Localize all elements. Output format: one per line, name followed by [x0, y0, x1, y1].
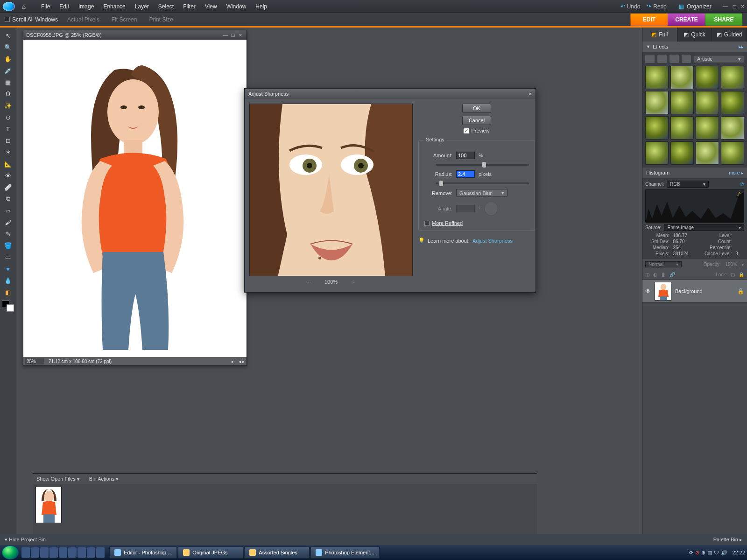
taskbar-task[interactable]: Assorted Singles — [244, 546, 310, 559]
color-swatches[interactable] — [2, 301, 14, 312]
quick-launch-icon[interactable] — [96, 547, 105, 558]
redo-button[interactable]: ↷Redo — [647, 3, 667, 10]
marquee-tool-icon[interactable]: ▦ — [2, 77, 14, 87]
close-button[interactable]: × — [741, 3, 744, 10]
zoom-in-icon[interactable]: + — [352, 279, 354, 285]
menu-select[interactable]: Select — [154, 1, 178, 12]
bin-thumbnail[interactable] — [35, 487, 62, 523]
fit-screen-button[interactable]: Fit Screen — [109, 15, 140, 24]
tray-icon[interactable]: ⟳ — [689, 550, 693, 556]
menu-image[interactable]: Image — [74, 1, 99, 12]
tray-icon[interactable]: 🔊 — [721, 550, 727, 556]
channel-select[interactable]: RGB▾ — [667, 181, 709, 188]
edit-tab[interactable]: EDIT — [630, 14, 668, 26]
blend-mode-select[interactable]: Normal▾ — [645, 261, 682, 267]
effect-thumb[interactable] — [721, 141, 744, 165]
zoom-field[interactable]: 25% — [25, 358, 44, 364]
refresh-icon[interactable]: ⟳ — [740, 182, 744, 187]
clock[interactable]: 22:22 — [732, 550, 745, 555]
effects-category-select[interactable]: Artistic▾ — [694, 55, 744, 63]
taskbar-task[interactable]: Photoshop Element... — [310, 546, 379, 559]
minimize-button[interactable]: — — [723, 3, 728, 10]
document-titlebar[interactable]: DSCF0955.JPG @ 25% (RGB/8) — □ × — [23, 30, 247, 40]
menu-layer[interactable]: Layer — [130, 1, 154, 12]
lock-all-icon[interactable]: 🔒 — [739, 272, 744, 277]
effects-header[interactable]: ▼Effects▸▸ — [642, 42, 747, 52]
doc-maximize-icon[interactable]: □ — [230, 32, 236, 38]
effect-thumb[interactable] — [645, 66, 669, 89]
effect-thumb[interactable] — [721, 91, 744, 114]
menu-enhance[interactable]: Enhance — [99, 1, 130, 12]
undo-button[interactable]: ↶Undo — [620, 3, 641, 10]
effect-thumb[interactable] — [670, 141, 694, 165]
effect-thumb[interactable] — [670, 66, 694, 89]
menu-file[interactable]: File — [36, 1, 55, 12]
more-refined-checkbox[interactable]: More Refined — [424, 220, 529, 226]
visibility-icon[interactable]: 👁 — [645, 288, 651, 294]
remove-select[interactable]: Gaussian Blur▾ — [456, 189, 507, 197]
link-layers-icon[interactable]: 🔗 — [669, 272, 675, 277]
quick-launch-icon[interactable] — [68, 547, 77, 558]
layer-thumbnail[interactable] — [655, 282, 671, 301]
cookie-cutter-tool-icon[interactable]: ✶ — [2, 147, 14, 157]
preview-image[interactable] — [249, 104, 413, 276]
dialog-titlebar[interactable]: Adjust Sharpness × — [245, 89, 536, 99]
effect-thumb[interactable] — [696, 91, 719, 114]
quick-launch-icon[interactable] — [49, 547, 58, 558]
magic-wand-tool-icon[interactable]: ✨ — [2, 100, 14, 111]
amount-input[interactable] — [456, 152, 475, 159]
mode-guided[interactable]: ◩Guided — [712, 28, 747, 42]
quick-launch-icon[interactable] — [21, 547, 30, 558]
tray-icon[interactable]: ⊕ — [701, 550, 705, 556]
maximize-button[interactable]: □ — [733, 3, 736, 10]
clone-stamp-tool-icon[interactable]: ⧉ — [2, 194, 14, 204]
quick-select-tool-icon[interactable]: ⊙ — [2, 112, 14, 122]
source-select[interactable]: Entire Image▾ — [664, 224, 744, 231]
amount-slider[interactable] — [436, 164, 529, 166]
mode-quick[interactable]: ◩Quick — [677, 28, 712, 42]
quick-launch-icon[interactable] — [78, 547, 86, 558]
organizer-button[interactable]: ▦ Organizer — [674, 2, 716, 11]
start-button[interactable] — [2, 546, 19, 560]
brush-tool-icon[interactable]: 🖌 — [2, 217, 14, 227]
share-tab[interactable]: SHARE — [705, 14, 742, 26]
eraser-tool-icon[interactable]: ▱ — [2, 205, 14, 216]
redeye-tool-icon[interactable]: 👁 — [2, 170, 14, 181]
effect-thumb[interactable] — [645, 91, 669, 114]
histogram-header[interactable]: Histogrammore ▸ — [642, 168, 747, 178]
quick-launch-icon[interactable] — [87, 547, 95, 558]
zoom-out-icon[interactable]: − — [307, 279, 310, 285]
radius-slider[interactable] — [436, 182, 529, 184]
quick-launch-icon[interactable] — [40, 547, 49, 558]
actual-pixels-button[interactable]: Actual Pixels — [64, 15, 102, 24]
menu-view[interactable]: View — [200, 1, 222, 12]
taskbar-task[interactable]: Editor - Photoshop ... — [109, 546, 177, 559]
home-icon[interactable]: ⌂ — [18, 1, 30, 12]
menu-window[interactable]: Window — [222, 1, 251, 12]
tray-icon[interactable]: 🛡 — [714, 550, 719, 555]
show-open-files-dropdown[interactable]: Show Open Files ▾ — [36, 476, 80, 482]
mode-full[interactable]: ◩Full — [642, 28, 677, 42]
app-icon[interactable] — [3, 2, 15, 11]
type-tool-icon[interactable]: T — [2, 124, 14, 134]
crop-tool-icon[interactable]: ⊡ — [2, 135, 14, 146]
effect-thumb[interactable] — [645, 141, 669, 165]
straighten-tool-icon[interactable]: 📐 — [2, 159, 14, 169]
preview-checkbox[interactable]: ✓ Preview — [464, 128, 489, 133]
lock-transparent-icon[interactable]: ▢ — [731, 272, 735, 277]
doc-minimize-icon[interactable]: — — [222, 32, 229, 38]
effects-filter-icon[interactable] — [645, 55, 655, 63]
dialog-close-icon[interactable]: × — [529, 91, 532, 97]
effects-all-icon[interactable] — [682, 55, 691, 63]
eyedropper-tool-icon[interactable]: 💉 — [2, 65, 14, 76]
opacity-value[interactable]: 100% — [725, 262, 737, 267]
new-layer-icon[interactable]: ◫ — [645, 272, 649, 277]
hand-tool-icon[interactable]: ✋ — [2, 54, 14, 64]
sponge-tool-icon[interactable]: ◧ — [2, 287, 14, 297]
effects-photo-icon[interactable] — [669, 55, 679, 63]
effect-thumb[interactable] — [696, 66, 719, 89]
hide-project-bin-toggle[interactable]: ▾ Hide Project Bin — [5, 537, 46, 543]
tray-icon[interactable]: ▤ — [707, 550, 712, 556]
shape-tool-icon[interactable]: ♥ — [2, 264, 14, 274]
gradient-tool-icon[interactable]: ▭ — [2, 252, 14, 262]
